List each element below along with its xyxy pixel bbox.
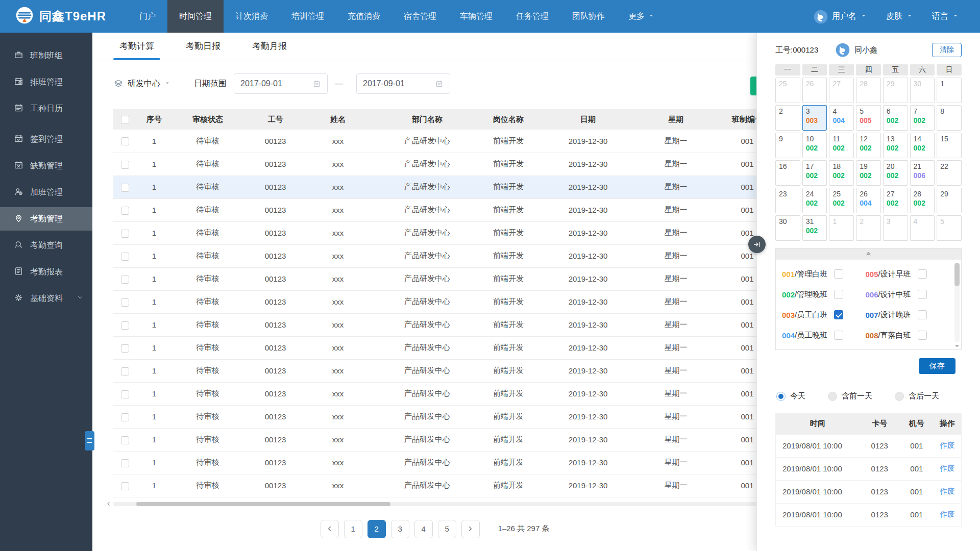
calendar-day-cell[interactable]: 2	[856, 215, 881, 241]
calendar-day-cell[interactable]: 9	[775, 133, 800, 158]
calendar-day-cell[interactable]: 24002	[802, 188, 827, 213]
calendar-day-cell[interactable]: 4	[910, 215, 935, 241]
calendar-day-cell[interactable]: 27002	[883, 188, 908, 213]
calendar-day-cell[interactable]: 16	[775, 160, 800, 186]
table-row[interactable]: 1待审核00123xxx产品研发中心前端开发2019-12-30星期一001	[113, 359, 788, 382]
skin-menu[interactable]: 皮肤	[886, 11, 913, 22]
row-checkbox[interactable]	[121, 367, 129, 375]
calendar-day-cell[interactable]: 7002	[910, 105, 935, 131]
calendar-day-cell[interactable]: 6002	[883, 105, 908, 131]
weekday-header-日[interactable]: 日	[937, 64, 962, 76]
calendar-day-cell[interactable]: 20002	[883, 160, 908, 186]
scroll-left-icon[interactable]	[105, 500, 112, 507]
shift-checkbox[interactable]	[834, 331, 843, 340]
drawer-handle[interactable]	[85, 431, 94, 450]
calendar-day-cell[interactable]: 28	[856, 78, 881, 103]
table-row[interactable]: 1待审核00123xxx产品研发中心前端开发2019-12-30星期一001	[113, 382, 788, 405]
calendar-day-cell[interactable]: 4004	[829, 105, 854, 131]
language-menu[interactable]: 语言	[932, 11, 959, 22]
row-checkbox[interactable]	[121, 390, 129, 398]
calendar-day-cell[interactable]: 14002	[910, 133, 935, 158]
shift-checkbox[interactable]	[918, 290, 927, 299]
void-link[interactable]: 作废	[934, 457, 961, 480]
shift-checkbox[interactable]	[918, 269, 927, 279]
sidebar-item-考勤管理[interactable]: 考勤管理	[0, 207, 92, 231]
radio-button[interactable]	[895, 392, 904, 401]
shift-option-006[interactable]: 006/设计中班	[866, 284, 949, 305]
sidebar-item-基础资料[interactable]: 基础资料	[0, 287, 92, 310]
table-row[interactable]: 1待审核00123xxx产品研发中心前端开发2019-12-30星期一001	[113, 428, 788, 451]
sidebar-item-签到管理[interactable]: 签到管理	[0, 128, 92, 151]
shift-option-003[interactable]: 003/员工白班	[782, 305, 866, 325]
calendar-day-cell[interactable]: 19002	[856, 160, 881, 186]
table-row[interactable]: 1待审核00123xxx产品研发中心前端开发2019-12-30星期一001	[113, 130, 788, 153]
table-row[interactable]: 1待审核00123xxx产品研发中心前端开发2019-12-30星期一001	[113, 198, 788, 221]
row-checkbox[interactable]	[121, 413, 129, 421]
void-link[interactable]: 作废	[934, 480, 961, 503]
next-page-button[interactable]	[461, 520, 480, 538]
tab-考勤月报[interactable]: 考勤月报	[246, 40, 293, 60]
calendar-day-cell[interactable]: 11002	[829, 133, 854, 158]
row-checkbox[interactable]	[121, 459, 129, 467]
calendar-day-cell[interactable]: 23	[775, 188, 800, 213]
scrollbar-thumb[interactable]	[136, 502, 390, 506]
previous-page-button[interactable]	[321, 520, 339, 538]
calendar-day-cell[interactable]: 21006	[910, 160, 935, 186]
nav-item-宿舍管理[interactable]: 宿舍管理	[392, 0, 448, 33]
calendar-day-cell[interactable]: 22	[937, 160, 962, 186]
row-checkbox[interactable]	[121, 482, 129, 490]
row-checkbox[interactable]	[121, 436, 129, 444]
shift-scrollbar-thumb[interactable]	[954, 263, 960, 286]
calendar-day-cell[interactable]: 27	[829, 78, 854, 103]
nav-item-培训管理[interactable]: 培训管理	[280, 0, 336, 33]
nav-item-任务管理[interactable]: 任务管理	[504, 0, 560, 33]
sidebar-item-考勤报表[interactable]: 考勤报表	[0, 260, 92, 284]
calendar-day-cell[interactable]: 26	[802, 78, 827, 103]
user-menu[interactable]: 用户名	[796, 9, 867, 23]
table-row[interactable]: 1待审核00123xxx产品研发中心前端开发2019-12-30星期一001	[113, 290, 788, 313]
weekday-header-五[interactable]: 五	[883, 64, 908, 76]
shift-option-007[interactable]: 007/设计晚班	[866, 305, 949, 325]
sidebar-item-考勤查询[interactable]: 考勤查询	[0, 234, 92, 257]
nav-item-团队协作[interactable]: 团队协作	[560, 0, 617, 33]
weekday-header-二[interactable]: 二	[802, 64, 827, 76]
calendar-day-cell[interactable]: 28002	[910, 188, 935, 213]
table-row[interactable]: 1待审核00123xxx产品研发中心前端开发2019-12-30星期一001	[113, 474, 788, 497]
row-checkbox[interactable]	[121, 253, 129, 261]
day-option-今天[interactable]: 今天	[776, 391, 805, 401]
scroll-down-icon[interactable]	[955, 345, 959, 347]
calendar-day-cell[interactable]: 12002	[856, 133, 881, 158]
sidebar-item-排班管理[interactable]: 排班管理	[0, 70, 92, 94]
table-row[interactable]: 1待审核00123xxx产品研发中心前端开发2019-12-30星期一001	[113, 221, 788, 244]
calendar-day-cell[interactable]: 5005	[856, 105, 881, 131]
table-row[interactable]: 1待审核00123xxx产品研发中心前端开发2019-12-30星期一001	[113, 244, 788, 267]
sidebar-item-工种日历[interactable]: 工种日历	[0, 97, 92, 120]
table-row[interactable]: 1待审核00123xxx产品研发中心前端开发2019-12-30星期一001	[113, 336, 788, 359]
calendar-day-cell[interactable]: 30	[775, 215, 800, 241]
calendar-day-cell[interactable]: 13002	[883, 133, 908, 158]
shift-checkbox[interactable]	[834, 269, 843, 279]
page-button-3[interactable]: 3	[391, 520, 409, 538]
select-all-checkbox[interactable]	[121, 116, 129, 124]
calendar-day-cell[interactable]: 17002	[802, 160, 827, 186]
calendar-day-cell[interactable]: 10002	[802, 133, 827, 158]
tab-考勤计算[interactable]: 考勤计算	[113, 40, 160, 60]
calendar-day-cell[interactable]: 2	[775, 105, 800, 131]
calendar-day-cell[interactable]: 8	[937, 105, 962, 131]
weekday-header-一[interactable]: 一	[775, 64, 800, 76]
row-checkbox[interactable]	[121, 298, 129, 307]
radio-button[interactable]	[828, 392, 837, 401]
radio-button[interactable]	[776, 392, 786, 401]
row-checkbox[interactable]	[121, 161, 129, 169]
date-from-input[interactable]: 2017-09-01	[234, 73, 328, 94]
sidebar-item-缺勤管理[interactable]: 缺勤管理	[0, 154, 92, 178]
clear-button[interactable]: 清除	[932, 43, 962, 57]
nav-item-充值消费[interactable]: 充值消费	[336, 0, 392, 33]
table-row[interactable]: 1待审核00123xxx产品研发中心前端开发2019-12-30星期一001	[113, 451, 788, 474]
table-row[interactable]: 1待审核00123xxx产品研发中心前端开发2019-12-30星期一001	[113, 176, 788, 198]
save-button[interactable]: 保存	[919, 358, 955, 374]
weekday-header-四[interactable]: 四	[856, 64, 881, 76]
table-row[interactable]: 1待审核00123xxx产品研发中心前端开发2019-12-30星期一001	[113, 153, 788, 176]
calendar-day-cell[interactable]: 26004	[856, 188, 881, 213]
calendar-day-cell[interactable]: 3	[883, 215, 908, 241]
